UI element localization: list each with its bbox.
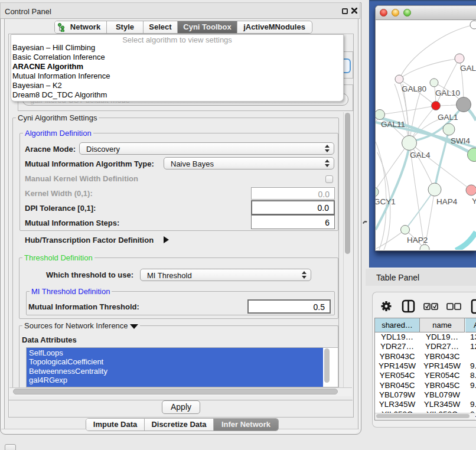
svg-text:HAP2: HAP2 [407, 236, 428, 244]
svg-text:Y: Y [472, 197, 476, 206]
svg-text:GAL10: GAL10 [435, 89, 460, 97]
svg-text:SWI4: SWI4 [451, 136, 470, 145]
svg-text:GAL1: GAL1 [438, 113, 458, 122]
svg-text:HAP4: HAP4 [436, 197, 458, 206]
svg-text:GAL4: GAL4 [410, 151, 431, 159]
svg-text:GAL11: GAL11 [381, 120, 405, 129]
svg-text:GAL80: GAL80 [402, 84, 426, 93]
svg-text:GCY1: GCY1 [376, 197, 396, 206]
svg-text:GAL: GAL [460, 64, 476, 73]
